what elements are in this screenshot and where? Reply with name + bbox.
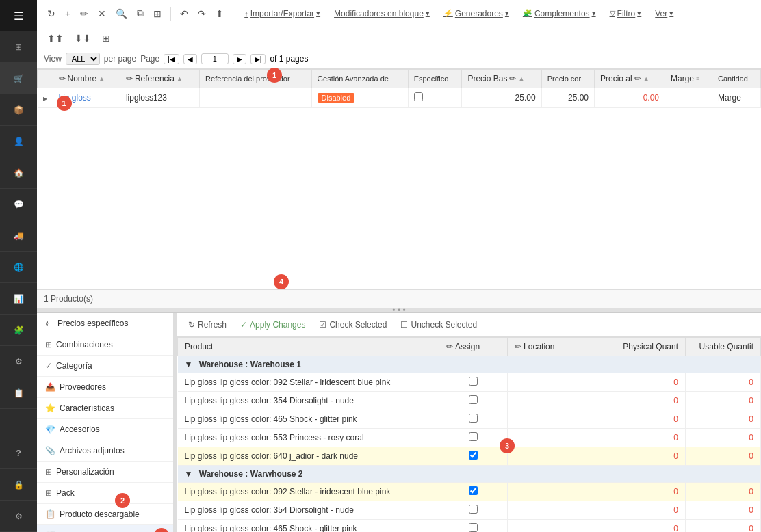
warehouse-collapse-icon[interactable]: ▼ — [185, 360, 193, 369]
pencil-icon: ✏ — [59, 74, 66, 83]
product-count: 1 Producto(s) — [44, 294, 93, 304]
panel-item-categoria[interactable]: ✓ Categoría — [37, 356, 173, 377]
col-specific[interactable]: Específico — [408, 70, 462, 88]
wh-col-assign-label: Assign — [455, 342, 480, 351]
panel-label-precios: Precios específicos — [57, 319, 128, 328]
sidebar-icon-messages[interactable]: 💬 — [0, 189, 37, 220]
refresh-action-btn[interactable]: ↻ Refresh — [184, 317, 231, 332]
col-name[interactable]: ✏ Nombre ▲ — [53, 70, 120, 88]
copy-btn[interactable]: ⧉ — [133, 5, 147, 21]
col-ref[interactable]: ✏ Referencia ▲ — [120, 70, 199, 88]
layout-btn[interactable]: ⊞ — [99, 31, 114, 46]
assign-checkbox[interactable] — [469, 377, 478, 386]
prev-page-btn[interactable]: ◀ — [183, 54, 197, 64]
panel-item-precios[interactable]: 🏷 Precios específicos — [37, 313, 173, 334]
search-btn[interactable]: 🔍 — [112, 6, 131, 21]
sidebar-icon-orders[interactable]: 🛒 — [0, 63, 37, 94]
sort-asc-btn[interactable]: ⬆⬆ — [44, 31, 67, 46]
sidebar-icon-customers[interactable]: 👤 — [0, 126, 37, 157]
badge-overlay-2: 2 — [115, 493, 130, 508]
assign-checkbox[interactable] — [469, 486, 478, 495]
refresh-label: Refresh — [198, 320, 227, 330]
sidebar-icon-help[interactable]: ? — [0, 438, 37, 469]
sidebar-icon-promotions[interactable]: 🏠 — [0, 157, 37, 189]
col-adv-mgmt[interactable]: Gestión Avanzada de — [311, 70, 408, 88]
up-btn[interactable]: ⬆ — [212, 6, 227, 21]
filter-menu[interactable]: ▽ Filtro ▾ — [604, 7, 647, 21]
physical-value: 0 — [673, 377, 678, 387]
add-btn[interactable]: + — [62, 6, 74, 21]
row-expand[interactable]: ▶ 1 — [38, 88, 53, 108]
uncheck-label: Uncheck Selected — [411, 320, 477, 330]
panel-label-caracteristicas: Características — [60, 403, 114, 413]
sidebar-icon-dashboard[interactable]: ⊞ — [0, 31, 37, 63]
wh-assign-cell — [439, 482, 508, 501]
col-base-price[interactable]: Precio Bas ✏ ▲ — [462, 70, 541, 88]
hamburger-menu[interactable]: ☰ — [0, 0, 37, 31]
product-ref-cell: lipgloss123 — [120, 88, 199, 108]
pencil-assign-icon: ✏ — [446, 342, 453, 351]
assign-checkbox[interactable] — [469, 414, 478, 423]
assign-checkbox[interactable] — [469, 395, 478, 404]
col-sale-price[interactable]: Precio al ✏ ▲ — [594, 70, 665, 88]
grid-btn[interactable]: ⊞ — [150, 6, 165, 21]
panel-item-combinaciones[interactable]: ⊞ Combinaciones — [37, 334, 173, 356]
bulk-modifiers-menu[interactable]: Modificadores en bloque ▾ — [328, 7, 435, 21]
wh-physical-cell: 0 — [610, 501, 686, 519]
col-supplier-ref[interactable]: Referencia del proveedor — [200, 70, 311, 88]
usable-value: 0 — [749, 451, 753, 461]
col-quantity[interactable]: Cantidad — [712, 70, 760, 88]
sidebar-icon-stock[interactable]: 📋 — [0, 377, 37, 409]
sidebar-icon-stats[interactable]: 📊 — [0, 283, 37, 315]
sidebar-icon-catalog[interactable]: 📦 — [0, 94, 37, 126]
assign-checkbox[interactable] — [469, 523, 478, 532]
physical-value: 0 — [673, 396, 678, 405]
addons-menu[interactable]: 🧩 Complementos ▾ — [517, 7, 602, 21]
expand-icon[interactable]: ▶ — [43, 96, 47, 102]
sort-icon-price: ▲ — [518, 75, 524, 82]
warehouse-collapse-icon[interactable]: ▼ — [185, 469, 193, 479]
panel-item-descargable[interactable]: 📋 Producto descargable — [37, 504, 173, 525]
sidebar-icon-modules[interactable]: 🧩 — [0, 315, 37, 346]
assign-checkbox[interactable] — [469, 432, 478, 441]
panel-item-caracteristicas[interactable]: ⭐ Características — [37, 398, 173, 419]
page-input[interactable] — [201, 53, 229, 64]
check-selected-btn[interactable]: ☑ Check Selected — [315, 317, 391, 332]
specific-checkbox[interactable] — [414, 92, 423, 101]
panel-item-almacenes[interactable]: 🏭 Almacenes 2 — [37, 525, 173, 533]
panel-item-proveedores[interactable]: 📤 Proveedores — [37, 377, 173, 398]
resize-handle[interactable]: • • • — [37, 308, 761, 313]
view-select[interactable]: ALL — [66, 53, 100, 65]
assign-checkbox[interactable] — [469, 505, 478, 514]
sidebar-icon-local[interactable]: 🌐 — [0, 252, 37, 283]
apply-changes-btn[interactable]: ✓ Apply Changes — [236, 317, 309, 332]
redo-btn[interactable]: ↷ — [194, 6, 209, 21]
sidebar-icon-shipping[interactable]: 🚚 — [0, 220, 37, 252]
refresh-btn[interactable]: ↻ — [44, 6, 59, 21]
panel-item-adjuntos[interactable]: 📎 Archivos adjuntos — [37, 440, 173, 462]
sort-desc-btn[interactable]: ⬇⬇ — [71, 31, 94, 46]
panel-label-pack: Pack — [56, 488, 75, 498]
generators-menu[interactable]: ⚡ Generadores ▾ — [438, 7, 515, 21]
first-page-btn[interactable]: |◀ — [164, 54, 179, 64]
import-export-menu[interactable]: ↑ Importar/Exportar ▾ — [239, 7, 326, 21]
col-margin[interactable]: Marge ≡ — [665, 70, 712, 88]
warehouse-group-header: ▼ Warehouse : Warwhouse 2 — [178, 465, 761, 482]
wh-location-cell — [508, 519, 610, 532]
view-menu[interactable]: Ver ▾ — [649, 7, 679, 21]
sidebar-icon-settings[interactable]: ⚙ — [0, 501, 37, 532]
panel-item-accesorios[interactable]: 💎 Accesorios — [37, 419, 173, 440]
edit-btn[interactable]: ✏ — [77, 6, 92, 21]
panel-item-personalizacion[interactable]: ⊞ Personalización — [37, 462, 173, 483]
col-cost-price[interactable]: Precio cor — [541, 70, 594, 88]
sidebar-icon-advanced[interactable]: ⚙ — [0, 346, 37, 377]
panel-item-pack[interactable]: ⊞ Pack — [37, 483, 173, 504]
undo-btn[interactable]: ↶ — [177, 6, 192, 21]
last-page-btn[interactable]: ▶| — [250, 54, 266, 64]
sidebar-icon-lock[interactable]: 🔒 — [0, 469, 37, 501]
assign-checkbox[interactable] — [469, 451, 478, 460]
next-page-btn[interactable]: ▶ — [233, 54, 246, 64]
product-quantity-cell: Marge — [712, 88, 760, 108]
delete-btn[interactable]: ✕ — [94, 6, 109, 21]
uncheck-selected-btn[interactable]: ☐ Uncheck Selected — [396, 317, 481, 332]
